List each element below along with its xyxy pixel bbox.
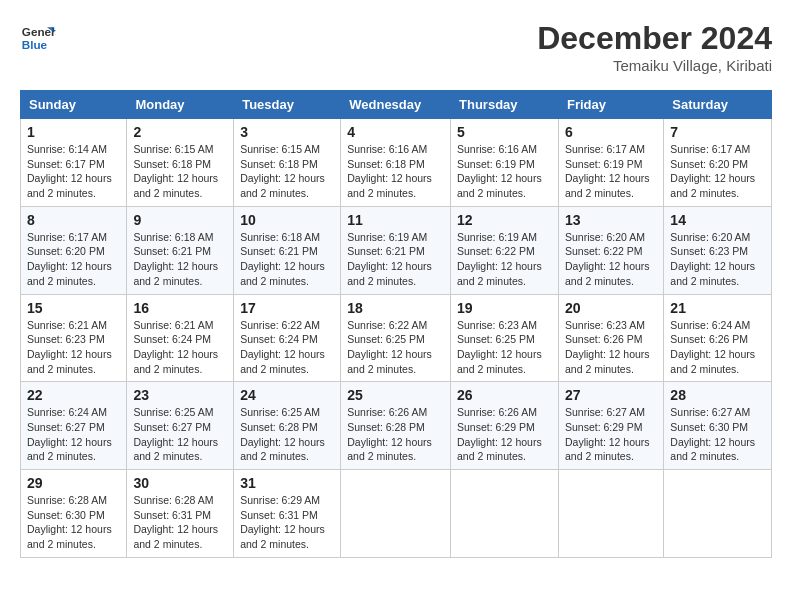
day-number: 15 [27,300,120,316]
calendar-cell: 26Sunrise: 6:26 AMSunset: 6:29 PMDayligh… [451,382,559,470]
day-info: Sunrise: 6:23 AMSunset: 6:26 PMDaylight:… [565,318,657,377]
calendar-cell: 25Sunrise: 6:26 AMSunset: 6:28 PMDayligh… [341,382,451,470]
day-number: 1 [27,124,120,140]
column-header-thursday: Thursday [451,91,559,119]
calendar-cell: 18Sunrise: 6:22 AMSunset: 6:25 PMDayligh… [341,294,451,382]
svg-text:Blue: Blue [22,38,48,51]
day-number: 3 [240,124,334,140]
day-number: 4 [347,124,444,140]
day-number: 2 [133,124,227,140]
day-info: Sunrise: 6:24 AMSunset: 6:27 PMDaylight:… [27,405,120,464]
day-info: Sunrise: 6:15 AMSunset: 6:18 PMDaylight:… [133,142,227,201]
day-info: Sunrise: 6:14 AMSunset: 6:17 PMDaylight:… [27,142,120,201]
day-info: Sunrise: 6:19 AMSunset: 6:22 PMDaylight:… [457,230,552,289]
calendar-cell: 8Sunrise: 6:17 AMSunset: 6:20 PMDaylight… [21,206,127,294]
day-number: 8 [27,212,120,228]
calendar-week-2: 8Sunrise: 6:17 AMSunset: 6:20 PMDaylight… [21,206,772,294]
day-info: Sunrise: 6:29 AMSunset: 6:31 PMDaylight:… [240,493,334,552]
logo: General Blue [20,20,56,56]
day-number: 26 [457,387,552,403]
day-info: Sunrise: 6:16 AMSunset: 6:19 PMDaylight:… [457,142,552,201]
column-header-saturday: Saturday [664,91,772,119]
day-info: Sunrise: 6:19 AMSunset: 6:21 PMDaylight:… [347,230,444,289]
calendar-cell [664,470,772,558]
column-header-tuesday: Tuesday [234,91,341,119]
column-header-wednesday: Wednesday [341,91,451,119]
calendar-cell: 29Sunrise: 6:28 AMSunset: 6:30 PMDayligh… [21,470,127,558]
calendar-cell: 11Sunrise: 6:19 AMSunset: 6:21 PMDayligh… [341,206,451,294]
calendar-week-5: 29Sunrise: 6:28 AMSunset: 6:30 PMDayligh… [21,470,772,558]
calendar-cell: 22Sunrise: 6:24 AMSunset: 6:27 PMDayligh… [21,382,127,470]
day-number: 11 [347,212,444,228]
day-info: Sunrise: 6:18 AMSunset: 6:21 PMDaylight:… [240,230,334,289]
svg-text:General: General [22,25,56,38]
location-title: Temaiku Village, Kiribati [537,57,772,74]
logo-icon: General Blue [20,20,56,56]
calendar-cell: 24Sunrise: 6:25 AMSunset: 6:28 PMDayligh… [234,382,341,470]
day-info: Sunrise: 6:21 AMSunset: 6:24 PMDaylight:… [133,318,227,377]
day-number: 28 [670,387,765,403]
day-info: Sunrise: 6:26 AMSunset: 6:29 PMDaylight:… [457,405,552,464]
calendar-cell: 31Sunrise: 6:29 AMSunset: 6:31 PMDayligh… [234,470,341,558]
day-number: 17 [240,300,334,316]
calendar-cell [341,470,451,558]
calendar-cell: 6Sunrise: 6:17 AMSunset: 6:19 PMDaylight… [558,119,663,207]
calendar-cell: 10Sunrise: 6:18 AMSunset: 6:21 PMDayligh… [234,206,341,294]
calendar-week-3: 15Sunrise: 6:21 AMSunset: 6:23 PMDayligh… [21,294,772,382]
day-info: Sunrise: 6:24 AMSunset: 6:26 PMDaylight:… [670,318,765,377]
calendar-header-row: SundayMondayTuesdayWednesdayThursdayFrid… [21,91,772,119]
page-header: General Blue December 2024 Temaiku Villa… [20,20,772,74]
calendar-cell [451,470,559,558]
day-number: 20 [565,300,657,316]
calendar-cell: 3Sunrise: 6:15 AMSunset: 6:18 PMDaylight… [234,119,341,207]
calendar-cell: 7Sunrise: 6:17 AMSunset: 6:20 PMDaylight… [664,119,772,207]
calendar-cell: 19Sunrise: 6:23 AMSunset: 6:25 PMDayligh… [451,294,559,382]
calendar-cell: 23Sunrise: 6:25 AMSunset: 6:27 PMDayligh… [127,382,234,470]
day-number: 24 [240,387,334,403]
day-info: Sunrise: 6:25 AMSunset: 6:27 PMDaylight:… [133,405,227,464]
calendar-cell: 13Sunrise: 6:20 AMSunset: 6:22 PMDayligh… [558,206,663,294]
calendar-cell: 5Sunrise: 6:16 AMSunset: 6:19 PMDaylight… [451,119,559,207]
day-info: Sunrise: 6:27 AMSunset: 6:30 PMDaylight:… [670,405,765,464]
calendar-table: SundayMondayTuesdayWednesdayThursdayFrid… [20,90,772,558]
day-number: 27 [565,387,657,403]
day-number: 29 [27,475,120,491]
day-number: 18 [347,300,444,316]
column-header-friday: Friday [558,91,663,119]
day-number: 10 [240,212,334,228]
calendar-cell: 9Sunrise: 6:18 AMSunset: 6:21 PMDaylight… [127,206,234,294]
calendar-cell: 4Sunrise: 6:16 AMSunset: 6:18 PMDaylight… [341,119,451,207]
day-info: Sunrise: 6:27 AMSunset: 6:29 PMDaylight:… [565,405,657,464]
day-info: Sunrise: 6:22 AMSunset: 6:24 PMDaylight:… [240,318,334,377]
day-number: 14 [670,212,765,228]
day-number: 7 [670,124,765,140]
day-number: 16 [133,300,227,316]
day-number: 9 [133,212,227,228]
calendar-cell: 1Sunrise: 6:14 AMSunset: 6:17 PMDaylight… [21,119,127,207]
calendar-cell: 16Sunrise: 6:21 AMSunset: 6:24 PMDayligh… [127,294,234,382]
day-number: 13 [565,212,657,228]
day-info: Sunrise: 6:25 AMSunset: 6:28 PMDaylight:… [240,405,334,464]
day-info: Sunrise: 6:28 AMSunset: 6:31 PMDaylight:… [133,493,227,552]
calendar-cell: 20Sunrise: 6:23 AMSunset: 6:26 PMDayligh… [558,294,663,382]
day-info: Sunrise: 6:18 AMSunset: 6:21 PMDaylight:… [133,230,227,289]
day-number: 5 [457,124,552,140]
calendar-cell: 17Sunrise: 6:22 AMSunset: 6:24 PMDayligh… [234,294,341,382]
column-header-monday: Monday [127,91,234,119]
column-header-sunday: Sunday [21,91,127,119]
day-info: Sunrise: 6:15 AMSunset: 6:18 PMDaylight:… [240,142,334,201]
month-title: December 2024 [537,20,772,57]
day-info: Sunrise: 6:17 AMSunset: 6:19 PMDaylight:… [565,142,657,201]
calendar-cell: 27Sunrise: 6:27 AMSunset: 6:29 PMDayligh… [558,382,663,470]
day-number: 23 [133,387,227,403]
title-block: December 2024 Temaiku Village, Kiribati [537,20,772,74]
calendar-week-4: 22Sunrise: 6:24 AMSunset: 6:27 PMDayligh… [21,382,772,470]
day-number: 30 [133,475,227,491]
calendar-cell: 12Sunrise: 6:19 AMSunset: 6:22 PMDayligh… [451,206,559,294]
calendar-cell: 14Sunrise: 6:20 AMSunset: 6:23 PMDayligh… [664,206,772,294]
day-info: Sunrise: 6:21 AMSunset: 6:23 PMDaylight:… [27,318,120,377]
day-info: Sunrise: 6:16 AMSunset: 6:18 PMDaylight:… [347,142,444,201]
day-info: Sunrise: 6:20 AMSunset: 6:23 PMDaylight:… [670,230,765,289]
calendar-cell [558,470,663,558]
day-info: Sunrise: 6:23 AMSunset: 6:25 PMDaylight:… [457,318,552,377]
